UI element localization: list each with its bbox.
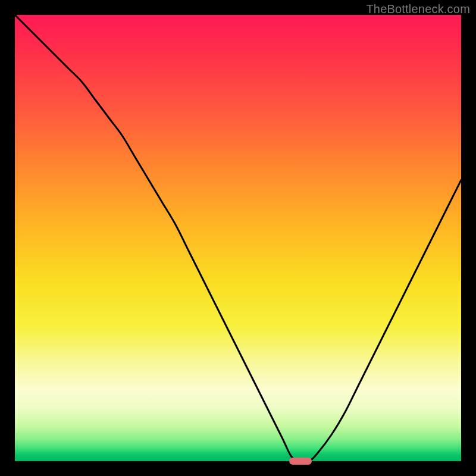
plot-area (15, 15, 461, 461)
optimal-marker (289, 458, 312, 465)
chart-frame: TheBottleneck.com (0, 0, 476, 476)
bottleneck-curve (15, 15, 461, 462)
curve-svg (15, 15, 461, 461)
watermark-text: TheBottleneck.com (366, 2, 470, 16)
